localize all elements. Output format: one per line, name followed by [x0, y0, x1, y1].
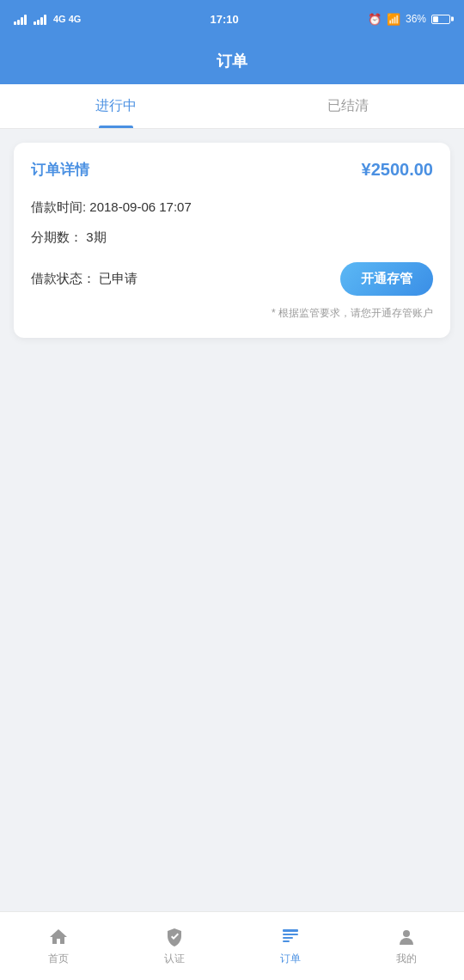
loan-time-info: 借款时间: 2018-09-06 17:07 [31, 195, 433, 218]
status-bar: 4G 4G 17:10 ⏰ 📶 36% [0, 0, 464, 38]
installments-value: 3期 [86, 230, 106, 244]
loan-status: 借款状态： 已申请 [31, 271, 137, 287]
loan-status-label: 借款状态： [31, 271, 95, 285]
loan-time-value: 2018-09-06 17:07 [89, 199, 191, 214]
nav-label-mine: 我的 [396, 952, 417, 966]
signal-bars [14, 13, 27, 25]
content-area: 订单详情 ¥2500.00 借款时间: 2018-09-06 17:07 分期数… [0, 129, 464, 911]
svg-rect-3 [283, 940, 290, 942]
card-amount: ¥2500.00 [362, 160, 433, 180]
network-type: 4G 4G [53, 14, 81, 24]
nav-label-order: 订单 [280, 952, 301, 966]
header-title: 订单 [217, 51, 247, 71]
card-header: 订单详情 ¥2500.00 [31, 160, 433, 180]
battery-percent: 36% [406, 13, 426, 25]
nav-item-verify[interactable]: 认证 [116, 912, 232, 980]
nav-label-home: 首页 [48, 952, 69, 966]
installments-label: 分期数： [31, 230, 82, 244]
home-icon [47, 926, 70, 948]
status-left: 4G 4G [14, 13, 81, 25]
status-time: 17:10 [211, 13, 239, 26]
nav-item-home[interactable]: 首页 [0, 912, 116, 980]
card-notice: * 根据监管要求，请您开通存管账户 [31, 306, 433, 321]
loan-status-value: 已申请 [99, 271, 137, 285]
header: 订单 [0, 38, 464, 84]
alarm-icon: ⏰ [368, 13, 382, 26]
installments-info: 分期数： 3期 [31, 225, 433, 248]
tab-settled[interactable]: 已结清 [232, 84, 464, 128]
signal-bars-2 [34, 13, 46, 25]
tab-ongoing[interactable]: 进行中 [0, 84, 232, 128]
loan-time-label: 借款时间: [31, 199, 86, 214]
bottom-nav: 首页 认证 订单 我的 [0, 911, 464, 980]
svg-rect-2 [283, 937, 293, 939]
svg-rect-1 [283, 934, 298, 935]
wifi-icon: 📶 [387, 13, 400, 26]
battery-icon [431, 15, 450, 24]
nav-item-mine[interactable]: 我的 [348, 912, 464, 980]
card-title: 订单详情 [31, 160, 89, 180]
order-icon [279, 926, 302, 948]
mine-icon [395, 926, 418, 948]
status-row: 借款状态： 已申请 开通存管 [31, 262, 433, 296]
nav-label-verify: 认证 [164, 952, 185, 966]
top-tabs: 进行中 已结清 [0, 84, 464, 129]
svg-rect-0 [283, 929, 298, 932]
verify-icon [163, 926, 186, 948]
order-card: 订单详情 ¥2500.00 借款时间: 2018-09-06 17:07 分期数… [14, 143, 450, 338]
nav-item-order[interactable]: 订单 [232, 912, 348, 980]
svg-point-4 [403, 930, 410, 937]
status-right: ⏰ 📶 36% [368, 13, 450, 26]
activate-button[interactable]: 开通存管 [340, 262, 433, 296]
